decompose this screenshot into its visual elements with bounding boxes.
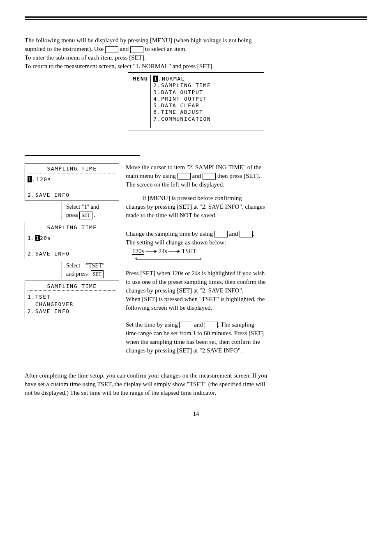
intro-text: To return to the measurement screen, sel… xyxy=(25,63,214,69)
text: main menu by using xyxy=(126,173,178,179)
flow-step: Select "TSET" and press SET xyxy=(62,261,104,279)
text: Press [SET] when 120s or 24s is highligh… xyxy=(126,270,265,276)
menu-item: 5.DATA CLEAR xyxy=(153,102,211,109)
menu-items: 1.NORMAL 2.SAMPLING TIME 3.DATA OUTPUT 4… xyxy=(151,75,211,128)
flow-text: and press xyxy=(66,271,88,277)
down-arrow-icon xyxy=(130,46,143,53)
right-p3: Change the sampling time by using and . … xyxy=(126,230,367,264)
section-divider xyxy=(25,146,140,156)
text: to use one of the preset sampling times,… xyxy=(126,279,265,285)
return-arrow-icon xyxy=(132,258,202,262)
right-p5: Set the time by using and . The sampling… xyxy=(126,320,367,355)
lcd-row: 2.SAVE INFO xyxy=(28,308,116,315)
cycle-item: TSET xyxy=(182,248,196,254)
cycle-item: 120s xyxy=(132,248,144,255)
up-arrow-icon xyxy=(179,322,192,328)
text: and xyxy=(191,173,203,179)
text: . The sampling xyxy=(218,321,254,328)
page-number: 14 xyxy=(25,410,367,418)
text: and xyxy=(228,230,240,237)
footer-paragraph: After completing the time setup, you can… xyxy=(25,371,367,397)
lcd-row: 2.SAVE INFO xyxy=(28,191,116,199)
flow-text: Select "1" and xyxy=(66,203,99,211)
text: and xyxy=(192,321,204,328)
right-p2: If [MENU] is pressed before confirming c… xyxy=(126,194,367,220)
flow-cycle: 120s 24s TSET xyxy=(132,248,196,254)
intro-text: The following menu will be displayed by … xyxy=(25,37,251,44)
menu-item: 3.DATA OUTPUT xyxy=(153,89,211,96)
down-arrow-icon xyxy=(203,173,216,180)
right-p4: Press [SET] when 120s or 24s is highligh… xyxy=(126,269,367,312)
lcd-sampling-1: SAMPLING TIME 1.120s 2.SAVE INFO xyxy=(25,163,119,201)
section-header-rule xyxy=(25,16,367,20)
text: Change the sampling time by using xyxy=(126,230,214,237)
up-arrow-icon xyxy=(178,173,191,180)
lcd-row: .120s xyxy=(32,176,51,182)
menu-label: MENU xyxy=(132,75,151,128)
lcd-row: 1.TSET xyxy=(28,293,116,301)
text: then press [SET]. xyxy=(216,173,260,179)
flow-text: Select "TSET" xyxy=(66,263,104,269)
intro-block: The following menu will be displayed by … xyxy=(25,36,367,71)
down-arrow-icon xyxy=(205,322,218,328)
down-arrow-icon xyxy=(240,231,253,237)
up-arrow-icon xyxy=(214,231,228,237)
text: time range can be set from 1 to 60 minut… xyxy=(126,330,264,336)
text: If [MENU] is pressed before confirming xyxy=(126,194,242,203)
flow-text: press xyxy=(66,212,79,218)
text: Set the time by using xyxy=(126,321,179,328)
lcd-title: SAMPLING TIME xyxy=(28,224,116,233)
intro-text: supplied to the instrument). Use xyxy=(25,46,105,52)
arrow-right-icon xyxy=(168,249,180,253)
lcd-row-hl: 1 xyxy=(35,235,40,241)
text: not be displayed.) The set time will be … xyxy=(25,389,216,396)
menu-item: 6.TIME ADJUST xyxy=(153,109,211,115)
arrow-right-icon xyxy=(145,249,157,253)
set-button-icon: SET xyxy=(91,270,104,278)
set-button-icon: SET xyxy=(79,212,92,219)
lcd-row: 20s xyxy=(40,235,51,241)
text: After completing the time setup, you can… xyxy=(25,372,267,379)
text: following screen will be displayed. xyxy=(126,304,212,311)
intro-text: and xyxy=(118,46,130,52)
text: changes by pressing [SET] at "2. SAVE IN… xyxy=(126,203,265,210)
text: When [SET] is pressed when "TSET" is hig… xyxy=(126,296,265,302)
text: . xyxy=(253,230,254,237)
intro-text: to select an item. xyxy=(143,46,187,52)
up-arrow-icon xyxy=(105,46,118,53)
text: changes by pressing [SET] at "2.SAVE INF… xyxy=(126,347,242,354)
text: The screen on the left will be displayed… xyxy=(126,181,224,188)
text: made to the time will NOT be saved. xyxy=(126,212,217,219)
text: Move the cursor to item "2. SAMPLING TIM… xyxy=(126,164,261,170)
cycle-item: 24s xyxy=(159,248,167,254)
lcd-main-menu: MENU 1.NORMAL 2.SAMPLING TIME 3.DATA OUT… xyxy=(128,72,264,131)
right-p1: Move the cursor to item "2. SAMPLING TIM… xyxy=(126,163,367,189)
text: changes by pressing [SET] at "2. SAVE IN… xyxy=(126,287,244,294)
menu-item: .NORMAL xyxy=(158,76,185,82)
lcd-row: 2.SAVE INFO xyxy=(28,250,116,258)
svg-marker-1 xyxy=(154,250,157,253)
menu-item-hl: 1 xyxy=(153,76,158,82)
text: when the sampling time has been set, the… xyxy=(126,339,260,345)
lcd-title: SAMPLING TIME xyxy=(28,165,116,174)
text: have set a custom time using TSET, the d… xyxy=(25,381,265,387)
flow-step: Select "1" and press SET . xyxy=(62,202,99,220)
lcd-sampling-3: SAMPLING TIME 1.TSET CHANGEOVER 2.SAVE I… xyxy=(25,281,119,317)
lcd-row-hl: 1 xyxy=(28,176,32,182)
svg-marker-3 xyxy=(178,250,180,253)
menu-item: 4.PRINT OUTPUT xyxy=(153,96,211,102)
menu-item: 7.COMMUNICATION xyxy=(153,116,211,122)
flow-text: . xyxy=(92,212,95,218)
svg-marker-7 xyxy=(135,258,136,259)
intro-text: To enter the sub-menu of each item, pres… xyxy=(25,54,146,61)
lcd-row: CHANGEOVER xyxy=(28,301,116,308)
lcd-title: SAMPLING TIME xyxy=(28,283,116,291)
lcd-row: 1. xyxy=(28,235,35,241)
text: The setting will change as shown below: xyxy=(126,239,226,246)
menu-item: 2.SAMPLING TIME xyxy=(153,82,211,89)
lcd-sampling-2: SAMPLING TIME 1.120s 2.SAVE INFO xyxy=(25,222,119,260)
